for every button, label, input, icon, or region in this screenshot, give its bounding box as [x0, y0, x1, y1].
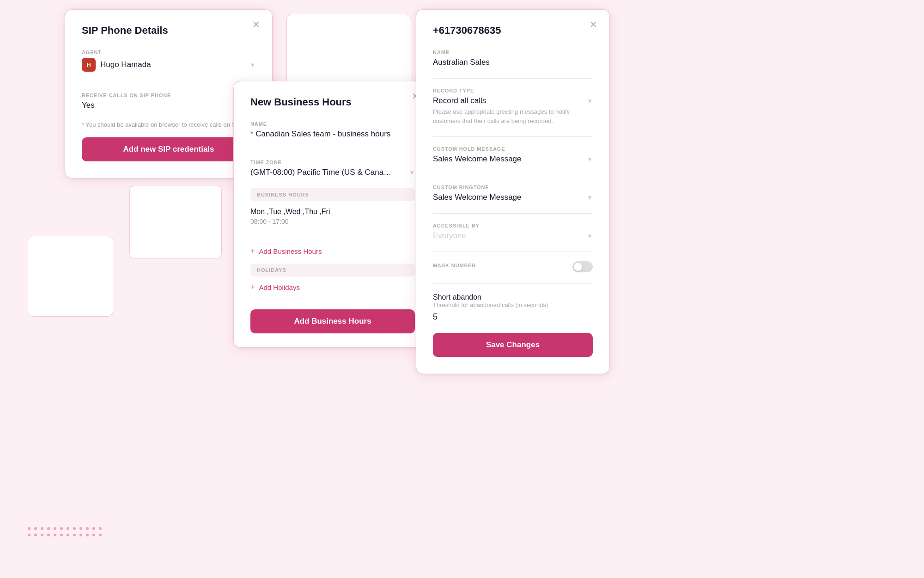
- receive-calls-value: Yes: [82, 101, 255, 110]
- sip-close-button[interactable]: ✕: [249, 19, 263, 30]
- holidays-section-header: HOLIDAYS: [250, 264, 415, 277]
- business-hours-card: ✕ New Business Hours NAME * Canadian Sal…: [233, 81, 432, 348]
- accessible-by-label: ACCESSIBLE BY: [433, 223, 593, 228]
- phone-name-label: NAME: [433, 49, 593, 55]
- biz-hours-entry: Mon ,Tue ,Wed ,Thu ,Fri 08:00 - 17:00: [250, 201, 415, 227]
- agent-name: Hugo Hamada: [100, 60, 151, 69]
- biz-name-field-group: NAME * Canadian Sales team - business ho…: [250, 121, 415, 139]
- biz-timezone-arrow: ▼: [409, 169, 415, 176]
- phone-details-card: ✕ +61730678635 NAME Australian Sales REC…: [416, 9, 610, 374]
- phone-name-value: Australian Sales: [433, 58, 593, 67]
- agent-dropdown-row[interactable]: H Hugo Hamada ▼: [82, 58, 255, 72]
- phone-number-title: +61730678635: [433, 25, 593, 37]
- ringtone-value: Sales Welcome Message: [433, 193, 522, 202]
- short-abandon-value: 5: [433, 312, 593, 322]
- phone-divider-2: [433, 136, 593, 137]
- short-abandon-sub: Threshold for abandoned calls (in second…: [433, 301, 593, 308]
- biz-timezone-dropdown-row[interactable]: (GMT-08:00) Pacific Time (US & Cana… ▼: [250, 168, 415, 177]
- biz-card-title: New Business Hours: [250, 96, 415, 108]
- agent-label: AGENT: [82, 49, 255, 55]
- hold-message-value: Sales Welcome Message: [433, 154, 522, 164]
- phone-close-button[interactable]: ✕: [587, 19, 600, 30]
- agent-avatar: H: [82, 58, 96, 72]
- accessible-by-arrow: ▼: [587, 233, 593, 240]
- mask-number-label: MASK NUMBER: [433, 263, 476, 268]
- add-biz-hours-link-label: Add Business Hours: [259, 247, 322, 255]
- phone-divider-5: [433, 252, 593, 252]
- mask-number-field-group: MASK NUMBER: [433, 261, 593, 272]
- hold-message-field-group: CUSTOM HOLD MESSAGE Sales Welcome Messag…: [433, 146, 593, 164]
- ringtone-dropdown-row[interactable]: Sales Welcome Message ▼: [433, 193, 593, 202]
- agent-field-group: AGENT H Hugo Hamada ▼: [82, 49, 255, 72]
- record-type-label: RECORD TYPE: [433, 88, 593, 93]
- mask-number-toggle[interactable]: [572, 261, 593, 272]
- plus-icon-holidays: +: [250, 283, 255, 291]
- biz-name-value: * Canadian Sales team - business hours: [250, 129, 415, 139]
- biz-hours-section-header: BUSINESS HOURS: [250, 188, 415, 201]
- biz-timezone-field-group: TIME ZONE (GMT-08:00) Pacific Time (US &…: [250, 160, 415, 177]
- receive-calls-label: RECEIVE CALLS ON SIP PHONE: [82, 92, 255, 98]
- phone-divider-1: [433, 78, 593, 79]
- phone-divider-6: [433, 283, 593, 284]
- biz-name-label: NAME: [250, 121, 415, 127]
- phone-divider-3: [433, 175, 593, 175]
- phone-name-field-group: NAME Australian Sales: [433, 49, 593, 67]
- short-abandon-field-group: Short abandon Threshold for abandoned ca…: [433, 293, 593, 322]
- dot-grid-bottom: [28, 527, 102, 536]
- receive-calls-field-group: RECEIVE CALLS ON SIP PHONE Yes: [82, 92, 255, 110]
- ringtone-arrow: ▼: [587, 194, 593, 201]
- biz-hours-time: 08:00 - 17:00: [250, 218, 415, 225]
- divider-1: [82, 83, 255, 83]
- placeholder-box-mid-right-sip: [129, 185, 222, 259]
- add-holidays-link[interactable]: + Add Holidays: [250, 277, 300, 296]
- sip-card-title: SIP Phone Details: [82, 25, 255, 37]
- plus-icon-biz: +: [250, 247, 255, 255]
- record-type-field-group: RECORD TYPE Record all calls ▼ Please us…: [433, 88, 593, 125]
- hold-message-dropdown-row[interactable]: Sales Welcome Message ▼: [433, 154, 593, 164]
- ringtone-label: CUSTOM RINGTONE: [433, 184, 593, 190]
- biz-divider-2: [250, 231, 415, 231]
- sip-note: * You should be available on browser to …: [82, 121, 255, 128]
- accessible-by-dropdown-row[interactable]: Everyone ▼: [433, 231, 593, 240]
- mask-number-row: MASK NUMBER: [433, 261, 593, 272]
- placeholder-box-bottom-left: [28, 236, 113, 317]
- ringtone-field-group: CUSTOM RINGTONE Sales Welcome Message ▼: [433, 184, 593, 202]
- biz-hours-days: Mon ,Tue ,Wed ,Thu ,Fri: [250, 208, 415, 216]
- biz-timezone-label: TIME ZONE: [250, 160, 415, 165]
- add-business-hours-button[interactable]: Add Business Hours: [250, 309, 415, 333]
- biz-divider-1: [250, 150, 415, 150]
- accessible-by-field-group: ACCESSIBLE BY Everyone ▼: [433, 223, 593, 240]
- add-business-hours-link[interactable]: + Add Business Hours: [250, 240, 322, 260]
- add-sip-credentials-button[interactable]: Add new SIP credentials: [82, 137, 255, 161]
- add-holidays-link-label: Add Holidays: [259, 283, 300, 291]
- agent-dropdown-arrow: ▼: [249, 61, 255, 68]
- hold-message-arrow: ▼: [587, 156, 593, 163]
- agent-row: H Hugo Hamada: [82, 58, 151, 72]
- phone-divider-4: [433, 213, 593, 214]
- record-type-value: Record all calls: [433, 96, 486, 105]
- accessible-by-value: Everyone: [433, 231, 466, 240]
- biz-divider-3: [250, 300, 415, 300]
- biz-timezone-value: (GMT-08:00) Pacific Time (US & Cana…: [250, 168, 391, 177]
- save-changes-button[interactable]: Save Changes: [433, 333, 593, 357]
- record-type-dropdown-row[interactable]: Record all calls ▼: [433, 96, 593, 105]
- hold-message-label: CUSTOM HOLD MESSAGE: [433, 146, 593, 152]
- short-abandon-title: Short abandon: [433, 293, 593, 301]
- record-type-description: Please use appropriate greeting messages…: [433, 107, 593, 125]
- record-type-arrow: ▼: [587, 98, 593, 105]
